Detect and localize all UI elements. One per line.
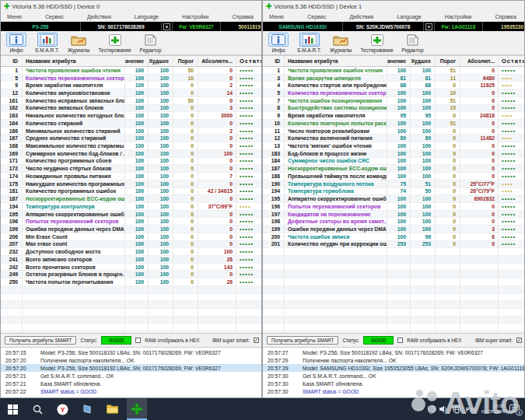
toolbar-button-journals[interactable]: Журналы xyxy=(330,33,352,53)
table-row[interactable]: 9Время наработки накопителя9595024818•••… xyxy=(263,112,524,120)
ibm-super-smart-checkbox[interactable]: ✓ xyxy=(516,338,522,343)
close-x-button[interactable]: x xyxy=(162,22,173,31)
table-row[interactable]: 5Количество переназначенных сектор...100… xyxy=(1,75,261,82)
table-row[interactable]: 12Количество включений питания8989011482… xyxy=(263,135,524,142)
col-header-value[interactable]: Значение xyxy=(125,56,149,66)
col-header-name[interactable]: Название атрибута xyxy=(23,56,125,66)
table-row[interactable]: 196Попыток переназначений секторов100100… xyxy=(263,203,524,211)
log-line[interactable]: 20:57:20Model: P3-256; Size 500118192 LB… xyxy=(1,364,261,372)
menu-item[interactable]: Действия xyxy=(87,14,111,19)
tray-shield-icon[interactable] xyxy=(428,405,435,414)
toolbar-button-info[interactable]: Инфо xyxy=(6,33,26,53)
tray-volume-icon[interactable] xyxy=(439,405,448,413)
col-header-value[interactable]: Значение xyxy=(387,56,411,66)
table-row[interactable]: 7Частота ошибок позиционирования10010051… xyxy=(263,97,524,105)
table-row[interactable]: 200Частота ошибок записи1009906••••• xyxy=(263,233,524,241)
menu-item[interactable]: Справка xyxy=(495,14,516,19)
log-line[interactable]: 20:57:21База SMART обновлена. xyxy=(1,380,261,387)
taskbar-app-start[interactable] xyxy=(2,398,23,420)
notification-center-icon[interactable]: 1 xyxy=(509,404,520,414)
table-row[interactable]: 12Количество запусков/остановок100100014… xyxy=(1,89,261,97)
table-row[interactable]: 194Температура гермоблока7450026°C/79°F•… xyxy=(263,188,524,196)
table-row[interactable]: 162Количество запасных блоков10010003•••… xyxy=(1,105,261,113)
toolbar-button-editor[interactable]: Редактор xyxy=(140,33,162,53)
log-line[interactable]: 20:57:29Model: SAMSUNG HD103SI; Size 195… xyxy=(263,364,524,372)
table-row[interactable]: 187Нескорректированные ECC-кодом ош...10… xyxy=(263,165,524,173)
col-header-worst[interactable]: Худшее xyxy=(149,56,173,66)
table-row[interactable]: 1Частота проявления ошибок чтения1001005… xyxy=(263,67,524,75)
table-row[interactable]: 241Всего записано секторов100100026••••• xyxy=(1,256,261,264)
taskbar-app-victoria[interactable] xyxy=(127,398,147,420)
get-smart-attributes-button[interactable]: Получить атрибуты SMART xyxy=(267,336,338,345)
table-row[interactable]: 184Суммарное число ошибок CRC10010000•••… xyxy=(263,158,524,166)
col-header-id[interactable]: ID xyxy=(1,56,23,66)
table-row[interactable]: 207Max erase count10010000••••• xyxy=(1,241,261,249)
table-row[interactable]: 199Ошибки передачи данных через DMA10010… xyxy=(1,226,261,233)
raw-hex-checkbox[interactable] xyxy=(397,338,403,343)
log-line[interactable]: 20:57:22SMART status = GOOD xyxy=(1,387,261,395)
taskbar-app-yandex-browser[interactable]: Y xyxy=(52,398,72,420)
menu-item[interactable]: Сервис xyxy=(307,14,326,19)
table-row[interactable]: 206Min Erase Count10010000••••• xyxy=(1,233,261,241)
col-header-remaining[interactable]: Остаток xyxy=(236,56,261,66)
col-header-name[interactable]: Название атрибута xyxy=(285,56,387,66)
table-row[interactable]: 172Число неудачно стёртых блоков10010000… xyxy=(1,165,261,173)
log-line[interactable]: 20:57:20Получение паспорта накопителя...… xyxy=(1,356,261,364)
log-line[interactable]: 20:57:21Get S.M.A.R.T. command... OK xyxy=(1,372,261,380)
table-row[interactable]: 8Быстродействие системы позиционир...100… xyxy=(263,105,524,113)
log-line[interactable]: 20:57:27Model: P3-256; Size 500118192 LB… xyxy=(263,348,524,356)
table-row[interactable]: 174Неожиданные провалы питания10010007••… xyxy=(1,173,261,180)
table-row[interactable]: 1Частота проявления ошибок чтения1001005… xyxy=(1,67,261,75)
table-row[interactable]: 181Количество программных ошибок10010004… xyxy=(1,188,261,196)
table-row[interactable]: 175Наихудшее количество программных...10… xyxy=(1,180,261,188)
toolbar-button-smart[interactable]: S.M.A.R.T. xyxy=(297,33,321,53)
table-row[interactable]: 232Доступное свободное место1001000100••… xyxy=(1,248,261,256)
window-title-bar[interactable]: ✚Victoria 5.36 HDD/SSD | Device 0 xyxy=(1,1,261,12)
col-header-threshold[interactable]: Порог xyxy=(173,56,198,66)
ibm-super-smart-checkbox[interactable]: ✓ xyxy=(254,338,259,343)
table-row[interactable]: 199Ошибки передачи данных через DMA10010… xyxy=(263,226,524,233)
tray-chevron-up-icon[interactable]: ^ xyxy=(419,406,423,411)
get-smart-attributes-button[interactable]: Получить атрибуты SMART xyxy=(5,336,76,345)
menu-item[interactable]: Сервис xyxy=(45,14,64,19)
table-row[interactable]: 9Время наработки накопителя10010002••••• xyxy=(1,82,261,89)
menu-item[interactable]: Меню xyxy=(7,14,22,19)
table-row[interactable]: 188Превышений таймаута после команды1001… xyxy=(263,173,524,180)
col-header-threshold[interactable]: Порог xyxy=(436,56,460,66)
table-row[interactable]: 167Среднее количество стираний10010000••… xyxy=(1,135,261,142)
taskbar-app-file-explorer[interactable] xyxy=(102,398,122,420)
menu-item[interactable]: Меню xyxy=(269,14,284,19)
col-header-absolute[interactable]: Абсолют... xyxy=(460,56,499,66)
log-line[interactable]: 20:57:30SMART status = GOOD xyxy=(263,387,524,395)
table-row[interactable]: 187Нескорректированные ECC-кодом ош...10… xyxy=(1,195,261,203)
table-row[interactable]: 11Число повторов рекалибровки10010000•••… xyxy=(263,128,524,135)
window-title-bar[interactable]: ✚Victoria 5.36 HDD/SSD | Device 1 xyxy=(263,1,524,12)
col-header-worst[interactable]: Худшее xyxy=(411,56,436,66)
menu-item[interactable]: Language xyxy=(397,14,421,19)
table-row[interactable]: 161Количество исправных запасных бло...1… xyxy=(1,97,261,105)
table-row[interactable]: 3Время раскрутки шпинделя8181116480•••• xyxy=(263,75,524,82)
table-row[interactable]: 5Количество переназначенных сектор...100… xyxy=(263,89,524,97)
toolbar-button-editor[interactable]: Редактор xyxy=(402,33,424,53)
table-row[interactable]: 166Минимальное количество стираний100100… xyxy=(1,128,261,135)
log-line[interactable]: 20:57:30Get S.M.A.R.T. command... OK xyxy=(263,372,524,380)
table-row[interactable]: 250Частота попыток перечитывания10010002… xyxy=(1,278,261,286)
table-row[interactable]: 168Максимальное количество стираемы...10… xyxy=(1,142,261,150)
table-row[interactable]: 196Попыток переназначений секторов100100… xyxy=(1,218,261,226)
menu-item[interactable]: Language xyxy=(135,14,159,19)
table-row[interactable]: 169Суммарное количество бэд-блоков / ...… xyxy=(1,150,261,158)
table-row[interactable]: 4Количество стартов или пробуждений88880… xyxy=(263,82,524,89)
log-line[interactable]: 20:57:30База SMART обновлена. xyxy=(263,380,524,387)
table-row[interactable]: 195Аппаратно скорректированные ошиб...10… xyxy=(263,195,524,203)
language-indicator[interactable]: РУС xyxy=(466,407,477,412)
col-header-absolute[interactable]: Абсолютн... xyxy=(198,56,236,66)
menu-item[interactable]: Настройки xyxy=(182,14,208,19)
col-header-remaining[interactable]: Остаток xyxy=(499,56,524,66)
table-row[interactable]: 171Количество программных сбоев10010000•… xyxy=(1,158,261,166)
taskbar-app-blue-app[interactable] xyxy=(77,398,97,420)
raw-hex-checkbox[interactable] xyxy=(135,338,141,343)
log-line[interactable]: 20:57:29Получение паспорта накопителя...… xyxy=(263,356,524,364)
table-row[interactable]: 242Всего прочитано секторов1001000143•••… xyxy=(1,264,261,271)
close-x-button[interactable]: x xyxy=(424,22,435,31)
table-row[interactable]: 194Температура контроллера100100037°C/99… xyxy=(1,203,261,211)
